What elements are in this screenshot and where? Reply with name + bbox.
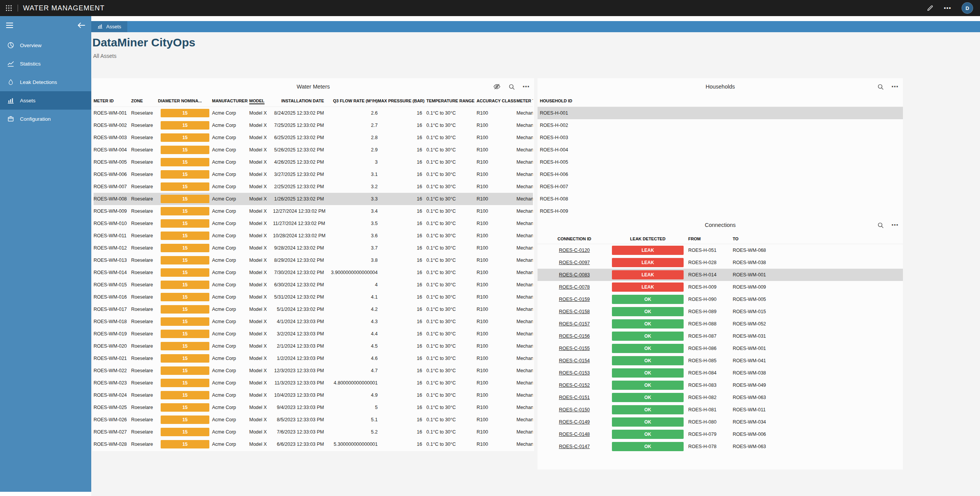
connection-id-link[interactable]: ROES-C-0153 (559, 370, 590, 376)
connection-row[interactable]: ROES-C-0120LEAKROES-H-051ROES-WM-068 (538, 244, 903, 256)
connection-id-link[interactable]: ROES-C-0158 (559, 309, 590, 314)
connection-id-link[interactable]: ROES-C-0150 (559, 407, 590, 412)
water-meter-row[interactable]: ROES-WM-017Roeselare15Acme CorpModel X5/… (94, 303, 533, 315)
tab-assets[interactable]: Assets (91, 21, 127, 32)
column-header[interactable]: MODEL (249, 99, 273, 103)
water-meter-row[interactable]: ROES-WM-027Roeselare15Acme CorpModel X7/… (94, 426, 533, 438)
water-meter-row[interactable]: ROES-WM-006Roeselare15Acme CorpModel X3/… (94, 168, 533, 181)
connection-row[interactable]: ROES-C-0149OKROES-H-080ROES-WM-034 (538, 416, 903, 428)
water-meter-row[interactable]: ROES-WM-014Roeselare15Acme CorpModel X7/… (94, 266, 533, 279)
connection-row[interactable]: ROES-C-0158OKROES-H-089ROES-WM-015 (538, 305, 903, 318)
household-row[interactable]: ROES-H-007 (538, 181, 903, 193)
household-row[interactable]: ROES-H-003 (538, 131, 903, 144)
sidebar-item-overview[interactable]: Overview (0, 36, 91, 54)
connection-row[interactable]: ROES-C-0150OKROES-H-081ROES-WM-011 (538, 404, 903, 416)
connection-row[interactable]: ROES-C-0083LEAKROES-H-014ROES-WM-001 (538, 269, 903, 281)
water-meter-row[interactable]: ROES-WM-028Roeselare15Acme CorpModel X6/… (94, 438, 533, 450)
connection-row[interactable]: ROES-C-0078LEAKROES-H-009ROES-WM-009 (538, 281, 903, 293)
column-header[interactable]: CONNECTION ID (538, 237, 611, 241)
household-row[interactable]: ROES-H-004 (538, 144, 903, 156)
hide-columns-eye-off-icon[interactable] (493, 82, 501, 91)
connection-id-link[interactable]: ROES-C-0083 (559, 272, 590, 278)
column-header[interactable]: MAX PRESSURE (BAR) (378, 99, 422, 103)
user-avatar[interactable]: D (962, 2, 973, 14)
column-header[interactable]: Q3 FLOW RATE (M³/H) (324, 99, 378, 103)
sidebar-item-assets[interactable]: Assets (0, 91, 91, 110)
water-meter-row[interactable]: ROES-WM-009Roeselare15Acme CorpModel X12… (94, 205, 533, 217)
water-meter-row[interactable]: ROES-WM-026Roeselare15Acme CorpModel X8/… (94, 414, 533, 426)
sidebar-item-leak-detections[interactable]: Leak Detections (0, 73, 91, 91)
water-meter-row[interactable]: ROES-WM-012Roeselare15Acme CorpModel X9/… (94, 242, 533, 254)
water-meter-row[interactable]: ROES-WM-024Roeselare15Acme CorpModel X10… (94, 389, 533, 401)
water-meter-row[interactable]: ROES-WM-001Roeselare15Acme CorpModel X8/… (94, 107, 533, 119)
water-meter-row[interactable]: ROES-WM-013Roeselare15Acme CorpModel X8/… (94, 254, 533, 266)
column-header[interactable]: MANUFACTURER (212, 99, 249, 103)
connection-row[interactable]: ROES-C-0097LEAKROES-H-028ROES-WM-038 (538, 256, 903, 269)
connection-id-link[interactable]: ROES-C-0155 (559, 346, 590, 351)
column-header[interactable]: TO (733, 237, 903, 241)
connection-id-link[interactable]: ROES-C-0157 (559, 321, 590, 327)
connection-row[interactable]: ROES-C-0147OKROES-H-078ROES-WM-063 (538, 440, 903, 453)
app-launcher-grid-icon[interactable] (0, 5, 18, 11)
water-meter-row[interactable]: ROES-WM-025Roeselare15Acme CorpModel X9/… (94, 401, 533, 414)
topbar-more-options-icon[interactable]: ⋯ (944, 4, 952, 12)
column-header[interactable]: ACCURACY CLASS (477, 99, 516, 103)
water-meter-row[interactable]: ROES-WM-022Roeselare15Acme CorpModel X12… (94, 365, 533, 377)
household-row[interactable]: ROES-H-009 (538, 205, 903, 217)
water-meter-row[interactable]: ROES-WM-002Roeselare15Acme CorpModel X7/… (94, 119, 533, 131)
connection-row[interactable]: ROES-C-0153OKROES-H-084ROES-WM-038 (538, 367, 903, 379)
water-meter-row[interactable]: ROES-WM-015Roeselare15Acme CorpModel X6/… (94, 279, 533, 291)
water-meter-row[interactable]: ROES-WM-018Roeselare15Acme CorpModel X4/… (94, 315, 533, 328)
water-meter-row[interactable]: ROES-WM-005Roeselare15Acme CorpModel X4/… (94, 156, 533, 168)
connection-id-link[interactable]: ROES-C-0151 (559, 395, 590, 400)
connection-id-link[interactable]: ROES-C-0156 (559, 333, 590, 339)
water-meter-row[interactable]: ROES-WM-008Roeselare15Acme CorpModel X1/… (94, 193, 533, 205)
panel-more-options-icon[interactable]: ⋯ (522, 82, 530, 91)
connection-id-link[interactable]: ROES-C-0097 (559, 260, 590, 265)
column-header[interactable]: INSTALLATION DATE (273, 99, 324, 103)
water-meter-row[interactable]: ROES-WM-011Roeselare15Acme CorpModel X10… (94, 230, 533, 242)
edit-pencil-icon[interactable] (927, 5, 934, 11)
panel-more-options-icon[interactable]: ⋯ (891, 221, 899, 229)
connection-row[interactable]: ROES-C-0156OKROES-H-087ROES-WM-031 (538, 330, 903, 342)
water-meter-row[interactable]: ROES-WM-021Roeselare15Acme CorpModel X1/… (94, 352, 533, 365)
sidebar-item-statistics[interactable]: Statistics (0, 54, 91, 73)
panel-more-options-icon[interactable]: ⋯ (891, 82, 899, 91)
collapse-sidebar-arrow-icon[interactable] (77, 22, 85, 28)
connection-id-link[interactable]: ROES-C-0154 (559, 358, 590, 363)
search-icon[interactable] (876, 82, 885, 91)
water-meter-row[interactable]: ROES-WM-019Roeselare15Acme CorpModel X3/… (94, 328, 533, 340)
household-row[interactable]: ROES-H-002 (538, 119, 903, 131)
column-header[interactable]: METER T (516, 99, 533, 103)
connection-id-link[interactable]: ROES-C-0152 (559, 383, 590, 388)
connection-id-link[interactable]: ROES-C-0159 (559, 297, 590, 302)
search-icon[interactable] (507, 82, 516, 91)
water-meter-row[interactable]: ROES-WM-023Roeselare15Acme CorpModel X11… (94, 377, 533, 389)
water-meter-row[interactable]: ROES-WM-020Roeselare15Acme CorpModel X2/… (94, 340, 533, 352)
connection-id-link[interactable]: ROES-C-0078 (559, 284, 590, 290)
connection-id-link[interactable]: ROES-C-0148 (559, 432, 590, 437)
connection-row[interactable]: ROES-C-0159OKROES-H-090ROES-WM-005 (538, 293, 903, 305)
water-meter-row[interactable]: ROES-WM-010Roeselare15Acme CorpModel X11… (94, 217, 533, 230)
household-row[interactable]: ROES-H-005 (538, 156, 903, 168)
water-meter-row[interactable]: ROES-WM-004Roeselare15Acme CorpModel X5/… (94, 144, 533, 156)
column-header[interactable]: FROM (684, 237, 733, 241)
connection-row[interactable]: ROES-C-0148OKROES-H-079ROES-WM-006 (538, 428, 903, 440)
connection-row[interactable]: ROES-C-0152OKROES-H-083ROES-WM-049 (538, 379, 903, 391)
household-row[interactable]: ROES-H-006 (538, 168, 903, 181)
household-row[interactable]: ROES-H-008 (538, 193, 903, 205)
connection-row[interactable]: ROES-C-0154OKROES-H-085ROES-WM-041 (538, 355, 903, 367)
water-meter-row[interactable]: ROES-WM-007Roeselare15Acme CorpModel X2/… (94, 181, 533, 193)
hamburger-menu-icon[interactable] (6, 23, 13, 28)
household-row[interactable]: ROES-H-001 (538, 107, 903, 119)
column-header[interactable]: METER ID (94, 99, 131, 103)
column-header[interactable]: ZONE (131, 99, 158, 103)
connection-id-link[interactable]: ROES-C-0149 (559, 419, 590, 425)
sidebar-item-configuration[interactable]: Configuration (0, 110, 91, 128)
search-icon[interactable] (876, 221, 885, 229)
water-meter-row[interactable]: ROES-WM-016Roeselare15Acme CorpModel X5/… (94, 291, 533, 303)
connection-row[interactable]: ROES-C-0155OKROES-H-086ROES-WM-001 (538, 342, 903, 355)
column-header[interactable]: LEAK DETECTED (611, 237, 684, 241)
water-meter-row[interactable]: ROES-WM-003Roeselare15Acme CorpModel X6/… (94, 131, 533, 144)
connection-id-link[interactable]: ROES-C-0147 (559, 444, 590, 449)
